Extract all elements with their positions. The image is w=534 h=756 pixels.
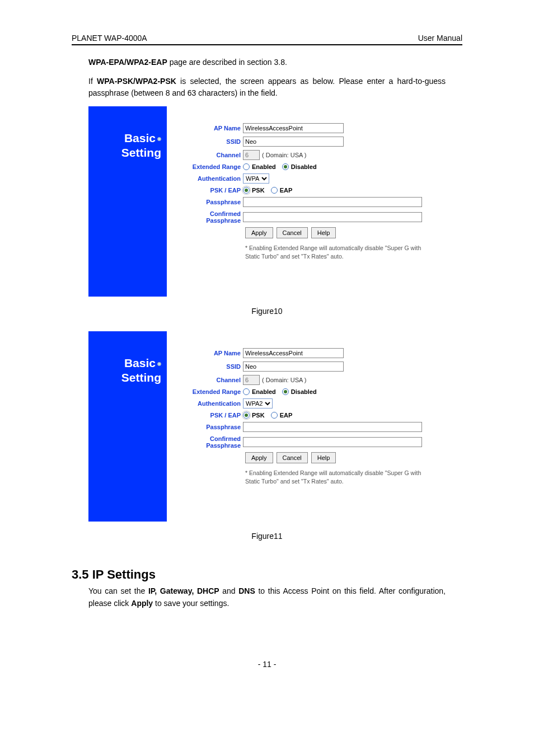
channel-domain: ( Domain: USA ) xyxy=(262,377,306,383)
form-area: AP Name SSID Channel ( Domain: USA ) Ext… xyxy=(167,106,460,297)
sb-a: You can set the xyxy=(88,586,148,595)
input-passphrase[interactable] xyxy=(243,422,422,432)
label-channel: Channel xyxy=(176,152,243,158)
row-extended-range: Extended Range Enabled Disabled xyxy=(176,388,451,395)
select-authentication[interactable]: WPA xyxy=(243,173,269,184)
label-confirm-passphrase: Confirmed Passphrase xyxy=(176,435,243,449)
label-psk-eap: PSK / EAP xyxy=(176,187,243,194)
figure-10-screenshot: Basic Setting AP Name SSID Channel ( Dom… xyxy=(88,106,460,297)
radio-psk-label: PSK xyxy=(252,187,265,194)
radio-disabled[interactable] xyxy=(282,388,289,395)
apply-button[interactable]: Apply xyxy=(245,227,273,238)
intro-paragraph-1: WPA-EPA/WPA2-EAP page are described in s… xyxy=(88,57,446,69)
row-channel: Channel ( Domain: USA ) xyxy=(176,150,451,160)
input-passphrase[interactable] xyxy=(243,197,422,207)
sidebar-title-2: Setting xyxy=(88,370,161,385)
help-button[interactable]: Help xyxy=(311,227,336,238)
intro-2-bold: WPA-PSK/WPA2-PSK xyxy=(97,77,176,86)
sidebar-title-1-text: Basic xyxy=(124,356,156,369)
header-right: User Manual xyxy=(418,34,462,43)
sb-f: Apply xyxy=(131,599,153,608)
label-authentication: Authentication xyxy=(176,175,243,182)
radio-eap-label: EAP xyxy=(280,412,293,419)
sb-g: to save your settings. xyxy=(153,599,229,608)
input-ap-name[interactable] xyxy=(243,348,344,358)
radio-disabled-label: Disabled xyxy=(291,388,317,395)
label-passphrase: Passphrase xyxy=(176,199,243,205)
sidebar: Basic Setting xyxy=(88,331,167,522)
intro-paragraph-2: If WPA-PSK/WPA2-PSK is selected, the scr… xyxy=(88,76,446,100)
input-ap-name[interactable] xyxy=(243,123,344,133)
input-confirm-passphrase[interactable] xyxy=(243,437,422,447)
radio-eap-label: EAP xyxy=(280,187,293,194)
button-row: Apply Cancel Help xyxy=(245,452,451,463)
apply-button[interactable]: Apply xyxy=(245,452,273,463)
channel-domain: ( Domain: USA ) xyxy=(262,152,306,158)
input-channel xyxy=(243,150,260,160)
section-body-3-5: You can set the IP, Gateway, DHCP and DN… xyxy=(88,585,446,609)
radio-eap[interactable] xyxy=(271,187,278,194)
row-authentication: Authentication WPA xyxy=(176,173,451,184)
row-psk-eap: PSK / EAP PSK EAP xyxy=(176,187,451,194)
figure-11-screenshot: Basic Setting AP Name SSID Channel ( Dom… xyxy=(88,331,460,522)
row-ssid: SSID xyxy=(176,361,451,372)
row-ssid: SSID xyxy=(176,137,451,147)
label-psk-eap: PSK / EAP xyxy=(176,412,243,419)
input-ssid[interactable] xyxy=(243,137,344,147)
radio-disabled[interactable] xyxy=(282,163,289,170)
sidebar-dot-icon xyxy=(157,362,161,366)
row-ap-name: AP Name xyxy=(176,348,451,358)
header-rule xyxy=(72,44,462,45)
section-heading-3-5: 3.5 IP Settings xyxy=(72,567,462,582)
row-ap-name: AP Name xyxy=(176,123,451,133)
input-confirm-passphrase[interactable] xyxy=(243,212,422,222)
figure-10-caption: Figure10 xyxy=(0,307,534,316)
radio-psk[interactable] xyxy=(243,412,250,419)
footnote: * Enabling Extended Range will automatic… xyxy=(245,244,435,260)
sb-d: DNS xyxy=(238,586,255,595)
footnote: * Enabling Extended Range will automatic… xyxy=(245,469,435,485)
input-channel xyxy=(243,375,260,385)
sb-b: IP, Gateway, DHCP xyxy=(148,586,219,595)
label-extended-range: Extended Range xyxy=(176,388,243,395)
label-ssid: SSID xyxy=(176,363,243,370)
sidebar-title-2: Setting xyxy=(88,145,161,160)
sidebar-title-1: Basic xyxy=(88,131,161,145)
label-confirm-passphrase: Confirmed Passphrase xyxy=(176,210,243,224)
label-passphrase: Passphrase xyxy=(176,424,243,430)
label-authentication: Authentication xyxy=(176,400,243,407)
cancel-button[interactable]: Cancel xyxy=(277,452,308,463)
label-ap-name: AP Name xyxy=(176,350,243,356)
row-passphrase: Passphrase xyxy=(176,422,451,432)
sidebar: Basic Setting xyxy=(88,106,167,297)
sidebar-dot-icon xyxy=(157,137,161,141)
label-ssid: SSID xyxy=(176,138,243,145)
sidebar-title-1-text: Basic xyxy=(124,132,156,144)
row-confirm-passphrase: Confirmed Passphrase xyxy=(176,210,451,224)
row-authentication: Authentication WPA2 xyxy=(176,398,451,408)
radio-enabled[interactable] xyxy=(243,163,250,170)
cancel-button[interactable]: Cancel xyxy=(277,227,308,238)
input-ssid[interactable] xyxy=(243,361,344,372)
intro-2-a: If xyxy=(88,77,97,86)
label-extended-range: Extended Range xyxy=(176,163,243,170)
figure-11-caption: Figure11 xyxy=(0,532,534,541)
row-extended-range: Extended Range Enabled Disabled xyxy=(176,163,451,170)
label-channel: Channel xyxy=(176,377,243,383)
row-psk-eap: PSK / EAP PSK EAP xyxy=(176,412,451,419)
help-button[interactable]: Help xyxy=(311,452,336,463)
radio-psk[interactable] xyxy=(243,187,250,194)
radio-eap[interactable] xyxy=(271,412,278,419)
radio-enabled[interactable] xyxy=(243,388,250,395)
sb-c: and xyxy=(219,586,239,595)
page-number: - 11 - xyxy=(0,660,534,669)
radio-psk-label: PSK xyxy=(252,412,265,419)
sidebar-title-1: Basic xyxy=(88,356,161,370)
radio-enabled-label: Enabled xyxy=(252,163,276,170)
radio-enabled-label: Enabled xyxy=(252,388,276,395)
radio-disabled-label: Disabled xyxy=(291,163,317,170)
intro-1-rest: page are described in section 3.8. xyxy=(167,58,287,67)
button-row: Apply Cancel Help xyxy=(245,227,451,238)
row-passphrase: Passphrase xyxy=(176,197,451,207)
select-authentication[interactable]: WPA2 xyxy=(243,398,273,408)
